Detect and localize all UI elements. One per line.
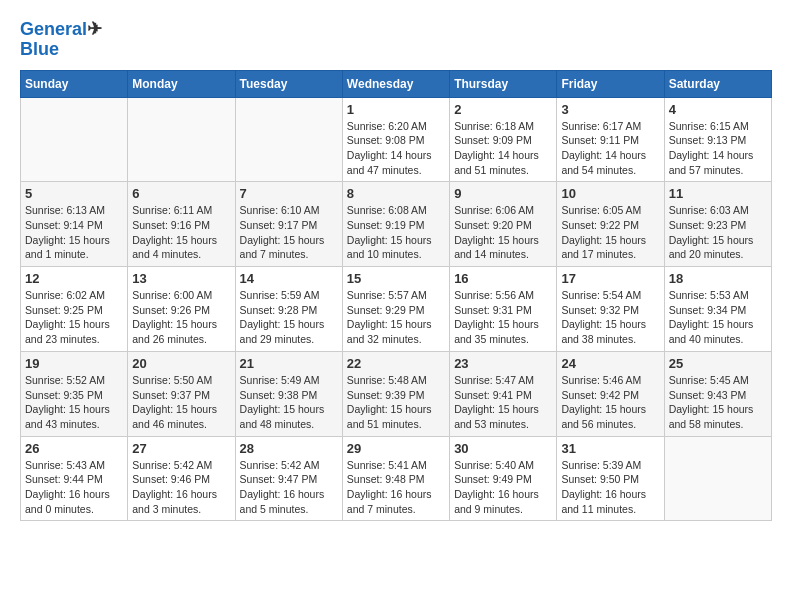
calendar-cell: 22Sunrise: 5:48 AM Sunset: 9:39 PM Dayli… (342, 351, 449, 436)
day-number: 28 (240, 441, 338, 456)
calendar-cell: 19Sunrise: 5:52 AM Sunset: 9:35 PM Dayli… (21, 351, 128, 436)
day-info: Sunrise: 6:05 AM Sunset: 9:22 PM Dayligh… (561, 203, 659, 262)
day-number: 25 (669, 356, 767, 371)
day-number: 10 (561, 186, 659, 201)
calendar-cell (21, 97, 128, 182)
calendar-cell: 27Sunrise: 5:42 AM Sunset: 9:46 PM Dayli… (128, 436, 235, 521)
calendar-cell: 2Sunrise: 6:18 AM Sunset: 9:09 PM Daylig… (450, 97, 557, 182)
day-number: 11 (669, 186, 767, 201)
day-info: Sunrise: 5:39 AM Sunset: 9:50 PM Dayligh… (561, 458, 659, 517)
calendar-cell: 6Sunrise: 6:11 AM Sunset: 9:16 PM Daylig… (128, 182, 235, 267)
day-number: 9 (454, 186, 552, 201)
calendar-cell: 3Sunrise: 6:17 AM Sunset: 9:11 PM Daylig… (557, 97, 664, 182)
weekday-header-sunday: Sunday (21, 70, 128, 97)
day-info: Sunrise: 6:00 AM Sunset: 9:26 PM Dayligh… (132, 288, 230, 347)
calendar-week-row: 1Sunrise: 6:20 AM Sunset: 9:08 PM Daylig… (21, 97, 772, 182)
calendar-cell: 15Sunrise: 5:57 AM Sunset: 9:29 PM Dayli… (342, 267, 449, 352)
day-number: 6 (132, 186, 230, 201)
day-info: Sunrise: 5:42 AM Sunset: 9:46 PM Dayligh… (132, 458, 230, 517)
day-info: Sunrise: 5:40 AM Sunset: 9:49 PM Dayligh… (454, 458, 552, 517)
day-info: Sunrise: 6:17 AM Sunset: 9:11 PM Dayligh… (561, 119, 659, 178)
calendar-cell: 16Sunrise: 5:56 AM Sunset: 9:31 PM Dayli… (450, 267, 557, 352)
day-info: Sunrise: 5:46 AM Sunset: 9:42 PM Dayligh… (561, 373, 659, 432)
day-number: 27 (132, 441, 230, 456)
calendar-cell: 14Sunrise: 5:59 AM Sunset: 9:28 PM Dayli… (235, 267, 342, 352)
day-info: Sunrise: 6:11 AM Sunset: 9:16 PM Dayligh… (132, 203, 230, 262)
weekday-header-tuesday: Tuesday (235, 70, 342, 97)
calendar-cell: 12Sunrise: 6:02 AM Sunset: 9:25 PM Dayli… (21, 267, 128, 352)
day-number: 12 (25, 271, 123, 286)
day-number: 5 (25, 186, 123, 201)
weekday-header-friday: Friday (557, 70, 664, 97)
calendar-cell: 29Sunrise: 5:41 AM Sunset: 9:48 PM Dayli… (342, 436, 449, 521)
calendar-cell (664, 436, 771, 521)
day-number: 15 (347, 271, 445, 286)
day-number: 31 (561, 441, 659, 456)
calendar-cell: 25Sunrise: 5:45 AM Sunset: 9:43 PM Dayli… (664, 351, 771, 436)
calendar-cell: 5Sunrise: 6:13 AM Sunset: 9:14 PM Daylig… (21, 182, 128, 267)
calendar-week-row: 12Sunrise: 6:02 AM Sunset: 9:25 PM Dayli… (21, 267, 772, 352)
logo: General✈ Blue (20, 20, 102, 60)
day-number: 14 (240, 271, 338, 286)
calendar-cell: 11Sunrise: 6:03 AM Sunset: 9:23 PM Dayli… (664, 182, 771, 267)
calendar-cell: 4Sunrise: 6:15 AM Sunset: 9:13 PM Daylig… (664, 97, 771, 182)
day-info: Sunrise: 5:49 AM Sunset: 9:38 PM Dayligh… (240, 373, 338, 432)
calendar-cell: 30Sunrise: 5:40 AM Sunset: 9:49 PM Dayli… (450, 436, 557, 521)
day-number: 8 (347, 186, 445, 201)
day-info: Sunrise: 5:41 AM Sunset: 9:48 PM Dayligh… (347, 458, 445, 517)
day-number: 1 (347, 102, 445, 117)
day-number: 21 (240, 356, 338, 371)
day-info: Sunrise: 6:02 AM Sunset: 9:25 PM Dayligh… (25, 288, 123, 347)
day-number: 3 (561, 102, 659, 117)
calendar-cell: 23Sunrise: 5:47 AM Sunset: 9:41 PM Dayli… (450, 351, 557, 436)
calendar-cell (128, 97, 235, 182)
calendar-cell: 1Sunrise: 6:20 AM Sunset: 9:08 PM Daylig… (342, 97, 449, 182)
calendar-week-row: 26Sunrise: 5:43 AM Sunset: 9:44 PM Dayli… (21, 436, 772, 521)
weekday-header-wednesday: Wednesday (342, 70, 449, 97)
page-header: General✈ Blue (20, 20, 772, 60)
day-number: 13 (132, 271, 230, 286)
day-number: 7 (240, 186, 338, 201)
day-number: 18 (669, 271, 767, 286)
day-number: 23 (454, 356, 552, 371)
weekday-header-saturday: Saturday (664, 70, 771, 97)
day-info: Sunrise: 5:47 AM Sunset: 9:41 PM Dayligh… (454, 373, 552, 432)
day-number: 20 (132, 356, 230, 371)
day-number: 22 (347, 356, 445, 371)
calendar-cell: 20Sunrise: 5:50 AM Sunset: 9:37 PM Dayli… (128, 351, 235, 436)
day-info: Sunrise: 6:15 AM Sunset: 9:13 PM Dayligh… (669, 119, 767, 178)
calendar-cell: 7Sunrise: 6:10 AM Sunset: 9:17 PM Daylig… (235, 182, 342, 267)
logo-text: General✈ (20, 20, 102, 40)
day-number: 16 (454, 271, 552, 286)
day-number: 26 (25, 441, 123, 456)
day-info: Sunrise: 6:08 AM Sunset: 9:19 PM Dayligh… (347, 203, 445, 262)
calendar-cell: 28Sunrise: 5:42 AM Sunset: 9:47 PM Dayli… (235, 436, 342, 521)
calendar-cell (235, 97, 342, 182)
day-info: Sunrise: 5:54 AM Sunset: 9:32 PM Dayligh… (561, 288, 659, 347)
calendar-cell: 26Sunrise: 5:43 AM Sunset: 9:44 PM Dayli… (21, 436, 128, 521)
calendar-cell: 18Sunrise: 5:53 AM Sunset: 9:34 PM Dayli… (664, 267, 771, 352)
day-info: Sunrise: 5:56 AM Sunset: 9:31 PM Dayligh… (454, 288, 552, 347)
day-info: Sunrise: 5:57 AM Sunset: 9:29 PM Dayligh… (347, 288, 445, 347)
weekday-header-thursday: Thursday (450, 70, 557, 97)
calendar-cell: 9Sunrise: 6:06 AM Sunset: 9:20 PM Daylig… (450, 182, 557, 267)
day-number: 29 (347, 441, 445, 456)
day-number: 24 (561, 356, 659, 371)
day-info: Sunrise: 5:52 AM Sunset: 9:35 PM Dayligh… (25, 373, 123, 432)
day-number: 30 (454, 441, 552, 456)
day-info: Sunrise: 6:20 AM Sunset: 9:08 PM Dayligh… (347, 119, 445, 178)
calendar-cell: 24Sunrise: 5:46 AM Sunset: 9:42 PM Dayli… (557, 351, 664, 436)
day-info: Sunrise: 5:50 AM Sunset: 9:37 PM Dayligh… (132, 373, 230, 432)
day-number: 19 (25, 356, 123, 371)
calendar-cell: 8Sunrise: 6:08 AM Sunset: 9:19 PM Daylig… (342, 182, 449, 267)
calendar-table: SundayMondayTuesdayWednesdayThursdayFrid… (20, 70, 772, 522)
day-info: Sunrise: 5:59 AM Sunset: 9:28 PM Dayligh… (240, 288, 338, 347)
day-number: 2 (454, 102, 552, 117)
day-info: Sunrise: 5:48 AM Sunset: 9:39 PM Dayligh… (347, 373, 445, 432)
day-info: Sunrise: 6:13 AM Sunset: 9:14 PM Dayligh… (25, 203, 123, 262)
calendar-cell: 13Sunrise: 6:00 AM Sunset: 9:26 PM Dayli… (128, 267, 235, 352)
day-number: 4 (669, 102, 767, 117)
day-info: Sunrise: 6:03 AM Sunset: 9:23 PM Dayligh… (669, 203, 767, 262)
day-info: Sunrise: 6:06 AM Sunset: 9:20 PM Dayligh… (454, 203, 552, 262)
day-info: Sunrise: 5:45 AM Sunset: 9:43 PM Dayligh… (669, 373, 767, 432)
